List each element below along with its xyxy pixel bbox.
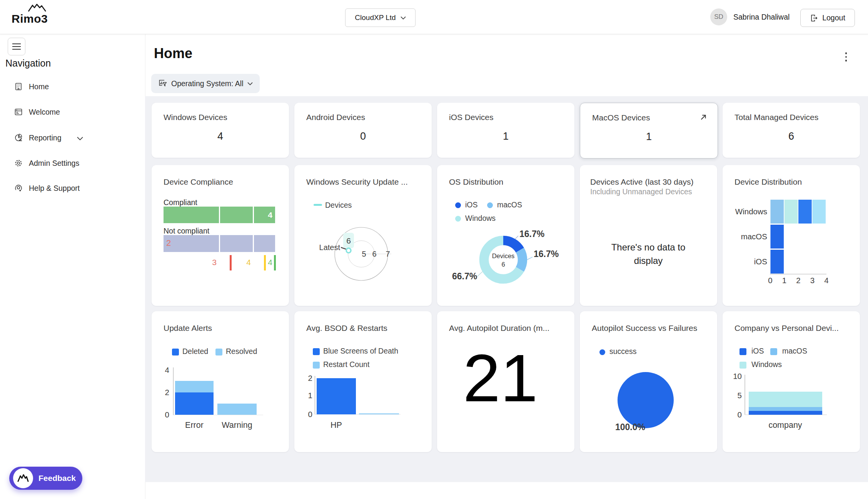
- bar-warning-resolved[interactable]: [217, 404, 257, 415]
- bar-restart-count[interactable]: [359, 414, 399, 415]
- bar-segment[interactable]: [785, 200, 798, 224]
- sidebar-item-help-support[interactable]: Help & Support: [0, 180, 131, 197]
- mountain-icon: [17, 472, 29, 484]
- card-os-distribution: OS Distribution iOS macOS Windows 16.7% …: [437, 165, 574, 306]
- x-axis-tick: 3: [810, 276, 815, 285]
- company-selector[interactable]: CloudXP Ltd: [345, 8, 416, 27]
- stacked-bar-chart: 4 2 0 Error Warning: [152, 311, 289, 452]
- card-title: Autopilot Success vs Failures: [592, 324, 709, 333]
- card-title: Devices Active (last 30 days): [590, 177, 709, 187]
- logout-button[interactable]: Logout: [800, 9, 855, 27]
- sidebar-item-admin-settings[interactable]: Admin Settings: [0, 155, 131, 172]
- card-autopilot-duration: Avg. Autopilot Duration (m... 21: [437, 311, 574, 452]
- pie-pct-label: 100.0%: [615, 422, 645, 432]
- category-label: macOS: [741, 232, 767, 241]
- compliant-value: 4: [254, 207, 275, 220]
- bar-hp-bsod[interactable]: [317, 378, 356, 414]
- bar-company-windows[interactable]: [749, 392, 822, 407]
- stat-card-ios-devices[interactable]: iOS Devices 1: [437, 103, 574, 158]
- sidebar-item-home[interactable]: Home: [0, 78, 131, 95]
- x-axis-tick: 2: [796, 276, 800, 285]
- y-axis-tick: 0: [308, 410, 312, 419]
- bar-chart: 2 1 0 HP: [294, 311, 432, 452]
- donut-chart: 16.7% 16.7% 66.7% Devices 6: [437, 219, 574, 306]
- legend-swatch-devices[interactable]: [314, 204, 322, 206]
- welcome-icon: [14, 107, 23, 117]
- x-axis-tick: 0: [768, 276, 772, 285]
- bar-error-resolved[interactable]: [175, 381, 214, 392]
- not-compliant-value: 2: [164, 235, 219, 248]
- bar-segment[interactable]: [771, 225, 784, 249]
- category-label: HP: [331, 421, 342, 430]
- open-link-arrow-icon[interactable]: [699, 113, 708, 122]
- user-name: Sabrina Dhaliwal: [733, 8, 790, 25]
- sidebar-item-label: Welcome: [29, 108, 60, 117]
- card-title: Avg. Autopilot Duration (m...: [449, 324, 567, 333]
- horizontal-bar-chart: Windows macOS iOS 0 1 2 3 4: [723, 165, 860, 306]
- category-label: iOS: [754, 257, 767, 266]
- hamburger-icon: [12, 43, 21, 44]
- autopilot-duration-value: 21: [432, 344, 569, 412]
- x-axis-tick: 4: [824, 276, 828, 285]
- card-title: OS Distribution: [449, 177, 567, 187]
- polar-axis-tick: 5: [362, 250, 366, 258]
- avatar[interactable]: SD: [710, 8, 727, 25]
- card-windows-security-update: Windows Security Update ... Devices 5 6 …: [294, 165, 432, 306]
- card-device-distribution: Device Distribution Windows macOS iOS 0 …: [723, 165, 860, 306]
- bar-segment[interactable]: [798, 200, 812, 224]
- os-filter-dropdown[interactable]: Operating System: All: [151, 74, 260, 93]
- empty-state-message: There's no data to display: [602, 240, 694, 267]
- category-label: Error: [185, 421, 204, 430]
- stat-card-title: Android Devices: [306, 113, 424, 122]
- polar-category-label: Latest: [319, 243, 341, 252]
- card-devices-active: Devices Active (last 30 days) Including …: [580, 165, 717, 306]
- feedback-logo-circle: [13, 468, 33, 488]
- legend-label[interactable]: success: [609, 347, 636, 356]
- chevron-down-icon: [77, 137, 83, 140]
- stat-card-title: Windows Devices: [164, 113, 281, 122]
- bar-segment[interactable]: [771, 250, 784, 274]
- compliance-row-label: Compliant: [164, 198, 197, 207]
- y-axis-tick: 2: [165, 388, 169, 397]
- slice-pct-label: 16.7%: [534, 249, 559, 259]
- compliance-thresholds: 3 4 4: [164, 255, 276, 270]
- stat-card-total-managed-devices[interactable]: Total Managed Devices 6: [723, 103, 860, 158]
- card-title: Device Compliance: [164, 177, 281, 187]
- stat-card-macos-devices[interactable]: MacOS Devices 1: [580, 103, 718, 159]
- legend-swatch-macos[interactable]: [487, 202, 493, 208]
- polar-point-value: 6: [346, 236, 351, 245]
- feedback-button[interactable]: Feedback: [9, 467, 82, 490]
- legend-swatch-success[interactable]: [599, 349, 605, 355]
- y-axis-tick: 0: [738, 410, 742, 419]
- bar-error-deleted[interactable]: [175, 392, 214, 415]
- threshold-value: 3: [205, 258, 217, 267]
- sidebar-item-reporting[interactable]: Reporting: [0, 129, 131, 146]
- pie-slice-success[interactable]: [618, 372, 674, 428]
- card-autopilot-success: Autopilot Success vs Failures success 10…: [580, 311, 717, 452]
- legend-label[interactable]: iOS: [465, 200, 478, 209]
- sidebar-item-welcome[interactable]: Welcome: [0, 103, 131, 120]
- page-options-kebab-icon[interactable]: [840, 49, 852, 65]
- category-label: company: [768, 421, 802, 430]
- y-axis-tick: 1: [308, 391, 312, 400]
- legend-label[interactable]: macOS: [497, 200, 522, 209]
- bar-company-ios[interactable]: [749, 411, 822, 415]
- slice-pct-label: 16.7%: [519, 229, 544, 239]
- bar-company-macos[interactable]: [749, 407, 822, 411]
- bar-segment[interactable]: [812, 200, 826, 224]
- rimo3-logo[interactable]: Rimo3: [11, 4, 57, 29]
- legend-swatch-ios[interactable]: [455, 202, 461, 208]
- donut-center-value: 6: [501, 261, 505, 268]
- reporting-pie-icon: [14, 133, 23, 142]
- support-icon: [14, 184, 23, 193]
- polar-data-point[interactable]: [346, 248, 351, 253]
- y-axis-tick: 5: [738, 391, 742, 400]
- bar-segment[interactable]: [771, 200, 784, 224]
- sidebar: Navigation Home Welcome Reporti: [0, 34, 145, 499]
- compliant-bar: 4: [164, 207, 275, 223]
- stat-card-value: 0: [294, 130, 432, 142]
- threshold-tick: [230, 255, 232, 270]
- stat-card-android-devices[interactable]: Android Devices 0: [294, 103, 432, 158]
- menu-toggle-button[interactable]: [8, 38, 25, 55]
- stat-card-windows-devices[interactable]: Windows Devices 4: [152, 103, 289, 158]
